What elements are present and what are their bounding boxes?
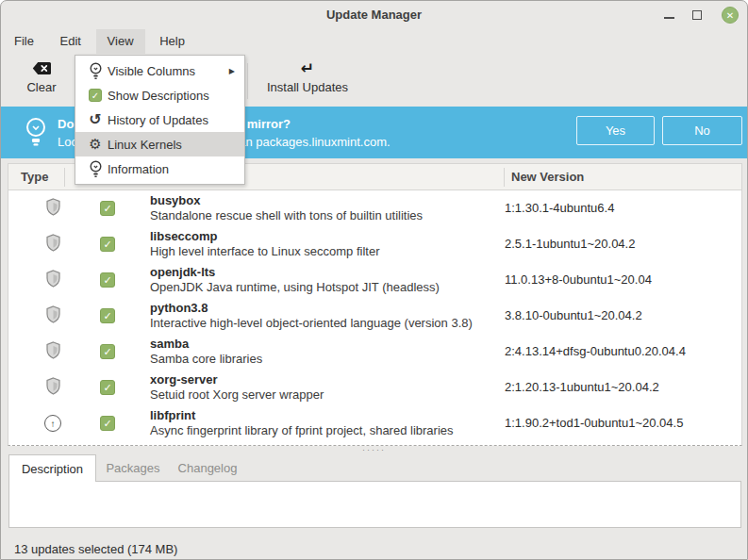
package-description: Setuid root Xorg server wrapper: [150, 387, 324, 402]
package-row[interactable]: ✓ xorg-server Setuid root Xorg server wr…: [8, 370, 741, 405]
tab-changelog[interactable]: Changelog: [169, 454, 246, 482]
close-button[interactable]: ✕: [722, 7, 739, 24]
package-row[interactable]: ✓ busybox Standalone rescue shell with t…: [8, 190, 741, 226]
tabbar: Description Packages Changelog: [1, 454, 747, 482]
checkbox-checked-icon: ✓: [89, 89, 102, 102]
package-row[interactable]: ✓ python3.8 Interactive high-level objec…: [8, 298, 741, 334]
history-icon: ↺: [89, 112, 101, 127]
checkbox-checked-icon[interactable]: ✓: [100, 380, 115, 395]
checkbox-cell[interactable]: ✓: [100, 201, 115, 216]
clear-label: Clear: [26, 80, 56, 94]
type-cell: [40, 262, 66, 298]
type-cell: [40, 298, 66, 334]
splitter-handle-icon: ·····: [362, 447, 386, 453]
upgrade-arrow-icon: ↑: [44, 415, 61, 432]
clear-button[interactable]: Clear: [12, 58, 71, 104]
menu-item-label: Linux Kernels: [108, 138, 182, 152]
type-cell: ↑: [40, 405, 66, 441]
shield-icon: [46, 305, 60, 326]
shield-icon: [46, 341, 60, 362]
close-icon: ✕: [726, 10, 734, 21]
checkbox-checked-icon[interactable]: ✓: [100, 344, 115, 359]
type-cell: [40, 370, 66, 405]
shield-icon: [46, 198, 60, 219]
menubar: File Edit View Help: [1, 29, 747, 55]
column-header-new-version[interactable]: New Version: [511, 164, 584, 189]
shield-icon: [46, 270, 60, 290]
package-name: python3.8: [150, 301, 208, 315]
checkbox-checked-icon[interactable]: ✓: [100, 416, 115, 431]
backspace-icon: [32, 58, 52, 77]
menu-item-show-descriptions[interactable]: ✓ Show Descriptions: [75, 83, 244, 107]
column-separator: [504, 168, 505, 187]
menu-item-information[interactable]: Information: [75, 156, 244, 181]
lightbulb-icon: [24, 117, 48, 151]
checkbox-cell[interactable]: ✓: [100, 237, 115, 252]
shield-icon: [46, 377, 60, 398]
checkbox-cell[interactable]: ✓: [100, 344, 115, 359]
menu-item-linux-kernels[interactable]: ⚙ Linux Kernels: [75, 132, 244, 156]
package-row[interactable]: ✓ openjdk-lts OpenJDK Java runtime, usin…: [8, 262, 741, 298]
maximize-button[interactable]: [685, 1, 709, 29]
type-cell: [40, 226, 66, 262]
toolbar-separator: [247, 63, 248, 99]
view-menu-popup: Visible Columns ▶ ✓ Show Descriptions ↺ …: [75, 55, 245, 185]
menu-item-label: History of Updates: [108, 113, 208, 127]
package-description: Interactive high-level object-oriented l…: [150, 316, 473, 330]
titlebar: Update Manager ✕: [1, 1, 747, 29]
package-new-version: 1:1.30.1-4ubuntu6.4: [505, 190, 614, 226]
checkbox-cell[interactable]: ✓: [100, 380, 115, 395]
package-row[interactable]: ✓ libseccomp High level interface to Lin…: [8, 226, 741, 262]
lightbulb-icon: [83, 62, 108, 80]
window-title: Update Manager: [1, 1, 747, 29]
checkbox-checked-icon[interactable]: ✓: [100, 201, 115, 216]
column-separator: [64, 168, 65, 187]
lightbulb-icon: [83, 160, 108, 178]
menu-help[interactable]: Help: [148, 29, 196, 54]
checkbox-checked-icon[interactable]: ✓: [100, 308, 115, 323]
description-panel: [8, 481, 741, 528]
yes-button[interactable]: Yes: [576, 116, 655, 145]
tab-description[interactable]: Description: [8, 454, 96, 482]
menu-view[interactable]: View: [96, 29, 145, 54]
menu-file[interactable]: File: [3, 29, 45, 54]
package-new-version: 2.5.1-1ubuntu1~20.04.2: [505, 226, 635, 262]
checkbox-checked-icon[interactable]: ✓: [100, 272, 115, 288]
submenu-arrow-icon: ▶: [229, 67, 235, 75]
package-description: OpenJDK Java runtime, using Hotspot JIT …: [150, 280, 440, 294]
package-new-version: 2:4.13.14+dfsg-0ubuntu0.20.04.4: [505, 334, 686, 370]
type-cell: [40, 190, 66, 226]
menu-item-label: Visible Columns: [108, 64, 195, 78]
menu-item-label: Information: [108, 162, 169, 176]
install-updates-label: Install Updates: [267, 80, 348, 94]
maximize-icon: [692, 10, 702, 20]
checkbox-cell[interactable]: ✓: [100, 308, 115, 323]
package-name: samba: [150, 337, 189, 351]
package-name: libfprint: [150, 408, 195, 422]
package-new-version: 11.0.13+8-0ubuntu1~20.04: [505, 262, 652, 298]
pane-splitter[interactable]: ·····: [1, 445, 747, 453]
tab-packages[interactable]: Packages: [99, 454, 167, 482]
menu-item-visible-columns[interactable]: Visible Columns ▶: [75, 58, 244, 83]
menu-item-history-of-updates[interactable]: ↺ History of Updates: [75, 107, 244, 132]
shield-icon: [46, 234, 60, 255]
minimize-button[interactable]: [657, 1, 681, 29]
menu-item-label: Show Descriptions: [108, 89, 209, 103]
gears-icon: ⚙: [89, 138, 101, 152]
install-updates-button[interactable]: ↵ Install Updates: [250, 58, 365, 104]
package-new-version: 2:1.20.13-1ubuntu1~20.04.2: [505, 370, 659, 405]
checkbox-cell[interactable]: ✓: [100, 416, 115, 431]
checkbox-cell[interactable]: ✓: [100, 272, 115, 288]
package-new-version: 3.8.10-0ubuntu1~20.04.2: [505, 298, 642, 334]
no-button[interactable]: No: [662, 116, 742, 145]
minimize-icon: [664, 17, 674, 19]
checkbox-checked-icon[interactable]: ✓: [100, 237, 115, 252]
status-text: 13 updates selected (174 MB): [14, 540, 177, 559]
package-description: Samba core libraries: [150, 352, 262, 366]
package-row[interactable]: ↑ ✓ libfprint Async fingerprint library …: [8, 405, 741, 441]
column-header-type[interactable]: Type: [21, 164, 48, 189]
package-row[interactable]: ✓ samba Samba core libraries 2:4.13.14+d…: [8, 334, 741, 370]
type-cell: [40, 334, 66, 370]
package-new-version: 1:1.90.2+tod1-0ubuntu1~20.04.5: [505, 405, 683, 441]
menu-edit[interactable]: Edit: [49, 29, 92, 54]
